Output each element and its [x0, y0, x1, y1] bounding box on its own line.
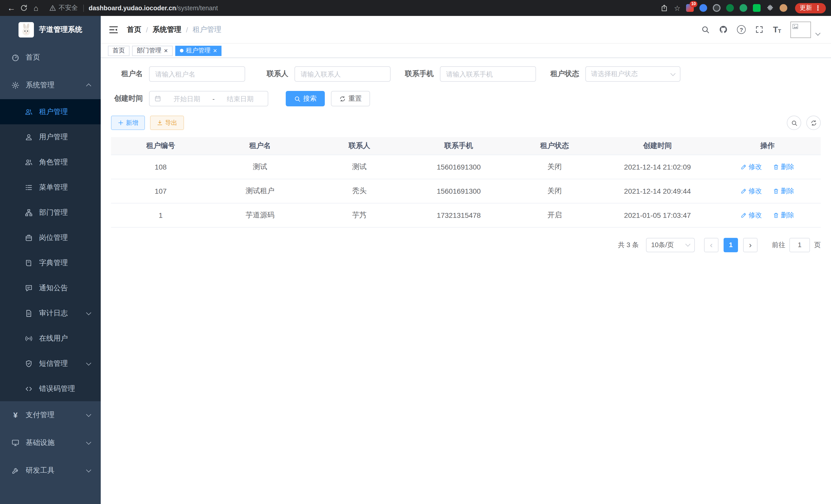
close-icon[interactable]: × — [164, 47, 168, 54]
sidebar-item-label: 部门管理 — [39, 208, 68, 217]
fullscreen-icon[interactable] — [755, 25, 764, 34]
extension-icon-1[interactable]: 10 — [686, 4, 694, 12]
extension-icon-2[interactable] — [699, 4, 707, 12]
avatar-dropdown-caret-icon[interactable] — [815, 31, 821, 36]
phone-label: 联系手机 — [402, 69, 434, 79]
extension-icon-4[interactable] — [726, 4, 734, 12]
sidebar-item-user[interactable]: 用户管理 — [0, 124, 101, 149]
extension-icon-6[interactable] — [753, 4, 761, 12]
sidebar-item-infra[interactable]: 基础设施 — [0, 429, 101, 457]
sidebar-item-home[interactable]: 首页 — [0, 44, 101, 71]
cell-status: 开启 — [509, 203, 601, 227]
sidebar-item-dict[interactable]: 字典管理 — [0, 250, 101, 275]
reset-button[interactable]: 重置 — [331, 91, 370, 106]
toggle-search-button[interactable] — [787, 116, 801, 130]
date-range-picker[interactable]: - — [149, 91, 268, 106]
sidebar-item-label: 短信管理 — [39, 359, 68, 368]
sidebar-collapse-button[interactable] — [109, 24, 119, 35]
extension-icon-5[interactable] — [740, 4, 747, 12]
next-page-button[interactable]: › — [743, 238, 757, 252]
filter-contact: 联系人 — [256, 66, 391, 82]
users-icon — [25, 158, 33, 166]
tab-dept[interactable]: 部门管理 × — [132, 46, 172, 56]
close-icon[interactable]: × — [213, 47, 217, 54]
export-button[interactable]: 导出 — [150, 116, 184, 130]
github-icon[interactable] — [719, 25, 728, 34]
prev-page-button[interactable]: ‹ — [704, 238, 718, 252]
sidebar-item-tenant[interactable]: 租户管理 — [0, 99, 101, 124]
cell-contact: 秃头 — [310, 179, 409, 203]
breadcrumb-home[interactable]: 首页 — [127, 25, 141, 34]
cell-contact: 芋艿 — [310, 203, 409, 227]
browser-reload-button[interactable] — [18, 2, 30, 14]
search-button[interactable]: 搜索 — [286, 91, 325, 106]
font-size-icon[interactable]: TT — [773, 25, 781, 34]
chrome-update-button[interactable]: 更新 ⋮ — [795, 3, 826, 13]
sidebar-item-devtools[interactable]: 研发工具 — [0, 457, 101, 484]
tenant-name-input[interactable] — [149, 66, 245, 82]
edit-button[interactable]: 修改 — [741, 162, 762, 171]
refresh-table-button[interactable] — [806, 116, 821, 130]
site-security-chip[interactable]: 不安全 — [49, 4, 78, 12]
filter-status: 租户状态 请选择租户状态 — [547, 66, 681, 82]
cell-phone: 15601691300 — [409, 179, 509, 203]
page-size-select[interactable]: 10条/页 — [646, 238, 695, 252]
start-date-input[interactable] — [164, 95, 210, 102]
user-avatar[interactable] — [791, 21, 811, 38]
breadcrumb-section[interactable]: 系统管理 — [153, 25, 181, 34]
goto-label: 前往 — [772, 240, 785, 249]
end-date-input[interactable] — [217, 95, 263, 102]
edit-button[interactable]: 修改 — [741, 186, 762, 196]
pagination-total: 共 3 条 — [618, 240, 639, 249]
browser-home-button[interactable]: ⌂ — [30, 2, 42, 14]
page-number-button[interactable]: 1 — [724, 238, 738, 252]
delete-button[interactable]: 删除 — [773, 186, 794, 196]
chevron-down-icon — [86, 467, 91, 472]
sidebar-item-label: 基础设施 — [26, 438, 55, 447]
status-select-placeholder: 请选择租户状态 — [591, 69, 638, 79]
app-title: 芋道管理系统 — [39, 25, 82, 34]
page-unit-label: 页 — [814, 240, 821, 249]
sidebar-item-online-user[interactable]: 在线用户 — [0, 326, 101, 351]
sidebar-item-dept[interactable]: 部门管理 — [0, 200, 101, 225]
sidebar-item-label: 菜单管理 — [39, 183, 68, 192]
create-time-label: 创建时间 — [111, 94, 143, 103]
extensions-puzzle-icon[interactable] — [766, 4, 774, 12]
sidebar-item-error-code[interactable]: 错误码管理 — [0, 376, 101, 401]
delete-button[interactable]: 删除 — [773, 210, 794, 219]
sidebar-item-payment[interactable]: ¥ 支付管理 — [0, 401, 101, 429]
edit-button[interactable]: 修改 — [741, 210, 762, 219]
extension-icon-3[interactable] — [713, 4, 720, 12]
share-button[interactable] — [661, 4, 668, 12]
add-button[interactable]: 新增 — [111, 116, 145, 130]
cell-created: 2021-12-14 20:49:44 — [601, 179, 714, 203]
browser-back-button[interactable]: ← — [5, 2, 18, 14]
sidebar-item-post[interactable]: 岗位管理 — [0, 225, 101, 250]
sidebar-item-menu[interactable]: 菜单管理 — [0, 175, 101, 200]
org-tree-icon — [25, 208, 33, 216]
code-icon — [25, 385, 33, 393]
tab-tenant[interactable]: 租户管理 × — [175, 46, 222, 56]
add-button-label: 新增 — [126, 118, 138, 127]
delete-button[interactable]: 删除 — [773, 162, 794, 171]
sidebar-item-notice[interactable]: 通知公告 — [0, 275, 101, 301]
sidebar-item-system[interactable]: 系统管理 — [0, 71, 101, 99]
address-bar[interactable]: dashboard.yudao.iocoder.cn/system/tenant — [89, 4, 218, 11]
phone-input[interactable] — [440, 66, 536, 82]
goto-page-input[interactable] — [790, 238, 810, 252]
app-logo[interactable]: 芋道管理系统 — [0, 16, 101, 44]
col-status: 租户状态 — [509, 137, 601, 155]
tab-home[interactable]: 首页 — [108, 46, 130, 56]
bookmark-star-button[interactable]: ☆ — [674, 4, 681, 12]
tab-label: 部门管理 — [137, 46, 161, 55]
contact-input[interactable] — [294, 66, 391, 82]
header-search-icon[interactable] — [701, 25, 710, 34]
contact-label: 联系人 — [256, 69, 288, 79]
sidebar-item-role[interactable]: 角色管理 — [0, 149, 101, 175]
help-icon[interactable]: ? — [737, 25, 746, 34]
profile-avatar[interactable] — [780, 4, 787, 12]
sidebar-item-sms[interactable]: 短信管理 — [0, 351, 101, 376]
status-select[interactable]: 请选择租户状态 — [585, 66, 681, 82]
search-icon — [791, 119, 797, 126]
sidebar-item-audit-log[interactable]: 审计日志 — [0, 301, 101, 326]
